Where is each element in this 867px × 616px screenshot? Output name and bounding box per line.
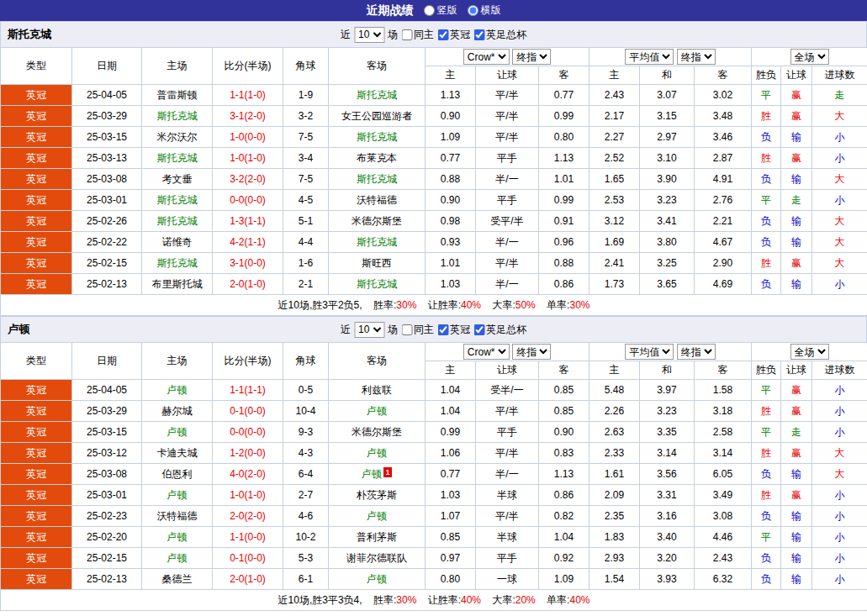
view-option-vertical[interactable]: 竖版 (424, 3, 457, 18)
avg-time-select[interactable]: 终指 (677, 49, 716, 65)
odds-handicap: 平/半 (476, 85, 539, 106)
avg-home: 1.65 (589, 169, 640, 190)
bookmaker-select[interactable]: Crow* (463, 344, 510, 360)
odds-away: 0.86 (539, 485, 589, 506)
result-wdl: 胜 (752, 148, 781, 169)
avg-draw: 3.14 (640, 443, 695, 464)
away-team: 米德尔斯堡 (329, 211, 426, 232)
col-corner: 角球 (283, 343, 329, 380)
match-row: 英冠25-03-08伯恩利4-0(2-0)6-4卢顿10.77半/一1.131.… (1, 464, 867, 485)
corner-score: 5-1 (283, 211, 329, 232)
same-home-checkbox[interactable] (401, 324, 412, 335)
matches-label: 场 (388, 28, 398, 42)
match-score: 3-2(2-0) (213, 169, 283, 190)
home-team: 布里斯托城 (142, 274, 213, 295)
filter-same-home[interactable]: 同主 (401, 28, 434, 42)
col-odds-away: 客 (539, 66, 589, 85)
result-goals: 大 (812, 232, 867, 253)
match-date: 25-04-05 (72, 380, 142, 401)
avg-select-group: 平均值 终指 (589, 48, 752, 66)
avg-home: 2.43 (589, 85, 640, 106)
corner-score: 9-3 (283, 422, 329, 443)
filter-facup[interactable]: 英足总杯 (473, 28, 526, 42)
avg-home: 1.54 (589, 569, 640, 590)
odds-handicap: 半/一 (476, 232, 539, 253)
scope-select[interactable]: 全场 (790, 344, 829, 360)
result-wdl: 负 (752, 464, 781, 485)
horizontal-radio-icon[interactable] (468, 5, 478, 16)
avg-away: 3.46 (695, 127, 752, 148)
same-home-checkbox[interactable] (401, 29, 412, 40)
avg-home: 2.26 (589, 401, 640, 422)
avg-time-select[interactable]: 终指 (677, 344, 716, 360)
avg-draw: 3.31 (640, 485, 695, 506)
col-result: 胜负 (752, 361, 781, 380)
average-select[interactable]: 平均值 (625, 49, 674, 65)
col-goals: 进球数 (812, 361, 867, 380)
match-date: 25-03-01 (72, 190, 142, 211)
championship-checkbox[interactable] (437, 324, 448, 335)
odds-handicap: 受半/一 (476, 380, 539, 401)
result-goals: 小 (812, 506, 867, 527)
vertical-radio-icon[interactable] (424, 5, 435, 16)
average-select[interactable]: 平均值 (625, 344, 674, 360)
avg-home: 2.33 (589, 443, 640, 464)
match-score: 1-3(1-1) (213, 211, 283, 232)
match-row: 英冠25-03-29赫尔城0-1(0-0)10-4卢顿1.04平/半0.852.… (1, 401, 867, 422)
match-date: 25-02-23 (72, 506, 142, 527)
match-count-select[interactable]: 10 (354, 322, 384, 338)
result-wdl: 平 (752, 527, 781, 548)
avg-home: 2.63 (589, 422, 640, 443)
col-date: 日期 (72, 343, 142, 380)
result-handicap: 输 (781, 169, 812, 190)
bookmaker-select[interactable]: Crow* (463, 49, 510, 65)
odds-handicap: 平/半 (476, 506, 539, 527)
result-handicap: 赢 (781, 443, 812, 464)
championship-checkbox[interactable] (437, 29, 448, 40)
odds-home: 1.03 (426, 274, 476, 295)
odds-home: 1.03 (426, 485, 476, 506)
odds-time-select[interactable]: 终指 (512, 49, 551, 65)
stoke-matches-table: 类型 日期 主场 比分(半场) 角球 客场 Crow* 终指 平均值 终指 (0, 47, 867, 316)
match-row: 英冠25-02-15斯托克城3-1(0-0)1-6斯旺西1.01平/半0.882… (1, 253, 867, 274)
scope-select[interactable]: 全场 (790, 49, 829, 65)
result-goals: 大 (812, 211, 867, 232)
filter-bar: 近 10 场 同主 英冠 英足总杯 (341, 322, 526, 338)
league-badge: 英冠 (1, 127, 72, 148)
match-count-select[interactable]: 10 (354, 27, 384, 43)
odds-time-select[interactable]: 终指 (512, 344, 551, 360)
odds-away: 1.13 (539, 148, 589, 169)
match-date: 25-03-13 (72, 148, 142, 169)
result-wdl: 平 (752, 422, 781, 443)
odds-handicap: 平/半 (476, 127, 539, 148)
match-date: 25-02-13 (72, 569, 142, 590)
result-goals: 小 (812, 401, 867, 422)
view-option-horizontal[interactable]: 横版 (468, 3, 501, 18)
match-row: 英冠25-02-23沃特福德2-0(2-0)4-6卢顿1.07平/半0.822.… (1, 506, 867, 527)
filter-championship[interactable]: 英冠 (437, 28, 470, 42)
facup-checkbox[interactable] (473, 324, 484, 335)
red-card-badge: 1 (383, 467, 392, 477)
avg-away: 2.43 (695, 548, 752, 569)
team-header: 卢顿 近 10 场 同主 英冠 英足总杯 (0, 316, 867, 342)
filter-facup[interactable]: 英足总杯 (473, 323, 526, 337)
col-type: 类型 (1, 48, 72, 85)
odds-handicap: 平手 (476, 548, 539, 569)
avg-away: 3.49 (695, 485, 752, 506)
corner-score: 6-4 (283, 464, 329, 485)
odds-away: 1.04 (539, 527, 589, 548)
result-wdl: 负 (752, 169, 781, 190)
facup-checkbox[interactable] (473, 29, 484, 40)
league-badge: 英冠 (1, 527, 72, 548)
match-score: 0-0(0-0) (213, 422, 283, 443)
filter-championship[interactable]: 英冠 (437, 323, 470, 337)
filter-same-home[interactable]: 同主 (401, 323, 434, 337)
col-type: 类型 (1, 343, 72, 380)
corner-score: 4-6 (283, 506, 329, 527)
league-badge: 英冠 (1, 190, 72, 211)
col-avg-away: 客 (695, 66, 752, 85)
col-score: 比分(半场) (213, 343, 283, 380)
match-score: 0-1(0-0) (213, 401, 283, 422)
summary-row: 近10场,胜3平2负5, 胜率:30% 让胜率:40% 大率:50% 单率:30… (1, 295, 867, 316)
result-wdl: 平 (752, 85, 781, 106)
